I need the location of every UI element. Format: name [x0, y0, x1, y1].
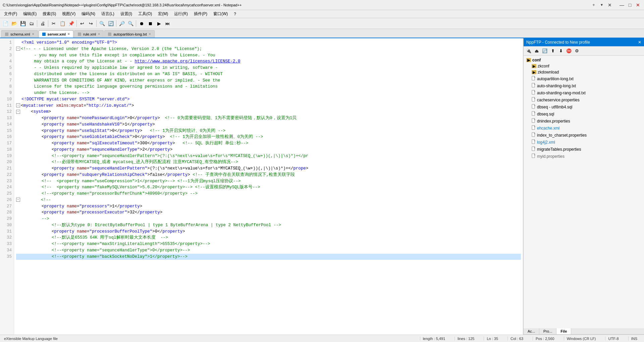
tab-label: rule.xml [83, 32, 96, 36]
ftp-refresh[interactable]: 🔃 [541, 47, 548, 55]
tab-serverxml[interactable]: server.xml× [39, 30, 73, 38]
file-indextocharsetproperties[interactable]: index_to_charset.properties [524, 132, 644, 139]
file-autoshardingrangmodtxt[interactable]: auto-sharding-rang-mod.txt [524, 89, 644, 96]
file-dbsequtf8mb4sql[interactable]: dbseq - utf8mb4.sql [524, 103, 644, 110]
ftp-download[interactable]: ⬇ [557, 47, 565, 55]
editor-area: 1234567891011121314151617181920212223242… [0, 38, 523, 335]
file-autopartitionlongtxt[interactable]: autopartition-long.txt [524, 75, 644, 82]
tab-icon [78, 33, 81, 36]
toolbar-replace[interactable]: 🔄 [107, 19, 115, 28]
file-migrateTablesproperties[interactable]: migrateTables.properties [524, 146, 644, 153]
tab-close-btn[interactable]: × [32, 32, 34, 36]
ftp-connect[interactable]: 🔌 [525, 47, 532, 55]
folder-conf[interactable]: ▶conf [524, 57, 644, 63]
file-dbseqsql[interactable]: dbseq.sql [524, 110, 644, 117]
collapse-btn[interactable]: - [16, 47, 20, 51]
maximize-button[interactable]: □ [627, 2, 633, 8]
menu-item-m[interactable]: 宏(M) [155, 10, 171, 17]
menu-item-p[interactable]: 插件(P) [191, 10, 210, 17]
tab-close-btn[interactable]: × [68, 32, 70, 36]
menu-item-[interactable]: ? [231, 11, 239, 17]
code-line: <!-- <property name="fakeMySQLVersion">5… [16, 184, 521, 191]
menu-item-v[interactable]: 视图(V) [59, 10, 78, 17]
toolbar-macro-run[interactable]: ⏭ [164, 19, 172, 28]
toolbar-macro-play[interactable]: ▶ [155, 19, 163, 28]
file-cacheserviceproperties[interactable]: cacheservice.properties [524, 96, 644, 103]
code-container[interactable]: 1234567891011121314151617181920212223242… [0, 38, 523, 335]
tab-close-btn[interactable]: × [149, 32, 151, 36]
folder-zkdownload[interactable]: ▶zkdownload [524, 69, 644, 75]
toolbar-save[interactable]: 💾 [19, 19, 27, 28]
toolbar-find[interactable]: 🔍 [98, 19, 106, 28]
toolbar-zoomout[interactable]: 🔍 [126, 19, 135, 28]
menu-item-o[interactable]: 工具(O) [136, 10, 155, 17]
toolbar-undo[interactable]: ↩ [78, 19, 86, 28]
close-button[interactable]: ✕ [635, 2, 641, 8]
tab-autopartitionlongtxt[interactable]: autopartition-long.txt× [104, 30, 155, 38]
extra-btn-3[interactable]: ✕ [606, 2, 613, 8]
toolbar-zoomin[interactable]: 🔎 [118, 19, 126, 28]
toolbar-macro-stop[interactable]: ⏹ [146, 19, 154, 28]
nppftp-title: NppFTP - Connected to New profile [526, 40, 590, 45]
status-parts: length : 5,491 lines : 125 Ln : 35 Col :… [420, 337, 640, 341]
file-ehcachexml[interactable]: ehcache.xml [524, 125, 644, 132]
menu-item-i[interactable]: 设置(I) [118, 10, 135, 17]
toolbar-redo[interactable]: ↪ [87, 19, 95, 28]
window-controls: + ▼ ✕ — □ ✕ [590, 2, 641, 8]
folder-zkconf[interactable]: ▶zkconf [524, 63, 644, 69]
tab-rulexml[interactable]: rule.xml× [74, 30, 104, 38]
ftp-disconnect[interactable]: ⏏ [533, 47, 540, 55]
code-line: <property name="sequnceHandlerPattern">(… [16, 165, 521, 172]
file-dnindexproperties[interactable]: dnindex.properties [524, 117, 644, 125]
extra-btn-2[interactable]: ▼ [598, 2, 605, 8]
nppftp-close-icon[interactable]: ✕ [638, 40, 641, 45]
file-log4j2xml[interactable]: log4j2.xml [524, 139, 644, 146]
line-number: 22 [2, 172, 12, 178]
url-link[interactable]: http://www.apache.org/licenses/LICENSE-2… [135, 59, 240, 64]
toolbar-print[interactable]: 🖨 [39, 19, 47, 28]
file-autoshardinglongtxt[interactable]: auto-sharding-long.txt [524, 82, 644, 89]
menu-item-l[interactable]: 语言(L) [99, 10, 117, 17]
toolbar-paste[interactable]: 📌 [67, 19, 75, 28]
code-line: <property name="useSqlStat">0</property>… [16, 128, 521, 134]
ftp-abort[interactable]: ⛔ [565, 47, 573, 55]
toolbar-saveall[interactable]: 🗂 [28, 19, 36, 28]
collapse-btn[interactable]: - [16, 198, 20, 202]
code-line: - you may not use this file except in co… [16, 52, 521, 59]
tree-item-label: ehcache.xml [537, 126, 559, 131]
toolbar-sep-6 [136, 20, 136, 27]
menu-item-e[interactable]: 编辑(E) [20, 10, 39, 17]
line-number: 15 [2, 128, 12, 134]
menu-item-w[interactable]: 窗口(W) [211, 10, 230, 17]
extra-btn-1[interactable]: + [590, 2, 597, 8]
toolbar-macro-rec[interactable]: ⏺ [138, 19, 146, 28]
menu-item-f[interactable]: 文件(F) [1, 10, 20, 17]
code-line: <property name="processorBufferPoolType"… [16, 229, 521, 235]
code-line: -<mycat:server xmlns:mycat="http://io.my… [16, 103, 521, 109]
file-myidproperties[interactable]: myid.properties [524, 153, 644, 160]
tree-item-label: cacheservice.properties [537, 98, 580, 102]
nppftp-tab-pro[interactable]: Pro... [539, 328, 556, 334]
toolbar-cut[interactable]: ✂ [50, 19, 58, 28]
menu-item-s[interactable]: 搜索(S) [40, 10, 59, 17]
menu-item-r[interactable]: 运行(R) [171, 10, 191, 17]
file-icon [532, 76, 536, 82]
toolbar-open[interactable]: 📂 [10, 19, 18, 28]
toolbar-copy[interactable]: 📋 [58, 19, 66, 28]
menu-item-n[interactable]: 编码(N) [79, 10, 98, 17]
tree-item-label: dnindex.properties [537, 119, 570, 124]
collapse-btn[interactable]: - [16, 110, 20, 114]
nppftp-tab-file[interactable]: File [556, 328, 571, 334]
ftp-upload[interactable]: ⬆ [549, 47, 556, 55]
ftp-settings[interactable]: ⚙ [573, 47, 581, 55]
code-editor[interactable]: <?xml version="1.0" encoding="UTF-8"?>-<… [14, 38, 523, 335]
tree-item-label: dbseq.sql [537, 112, 554, 116]
toolbar-new[interactable]: 📄 [1, 19, 9, 28]
file-icon [532, 153, 536, 159]
collapse-btn[interactable]: - [16, 103, 20, 107]
encoding-label: UTF-8 [605, 337, 621, 341]
nppftp-tab-ac[interactable]: Ac... [524, 328, 539, 334]
minimize-button[interactable]: — [619, 2, 625, 8]
tab-schemaxml[interactable]: schema.xml× [1, 30, 38, 38]
tab-close-btn[interactable]: × [98, 32, 100, 36]
